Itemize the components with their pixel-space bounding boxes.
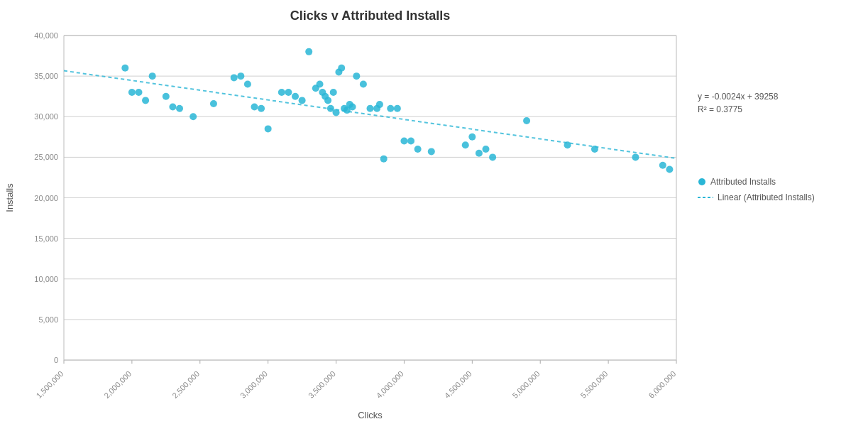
svg-point-61	[251, 104, 258, 111]
svg-point-88	[380, 156, 388, 163]
svg-point-76	[333, 109, 340, 116]
svg-point-60	[244, 81, 251, 88]
svg-point-63	[265, 125, 272, 132]
svg-point-73	[324, 97, 331, 104]
svg-point-78	[338, 65, 345, 72]
svg-text:5,000: 5,000	[38, 315, 58, 324]
svg-point-51	[142, 97, 149, 104]
svg-point-97	[476, 150, 483, 157]
svg-point-102	[591, 146, 598, 153]
svg-point-89	[387, 105, 394, 112]
svg-point-62	[258, 105, 265, 112]
svg-point-99	[489, 153, 496, 161]
svg-point-59	[237, 72, 244, 80]
svg-point-58	[231, 74, 238, 81]
svg-text:30,000: 30,000	[34, 112, 58, 121]
svg-point-98	[483, 146, 490, 153]
svg-point-108	[698, 178, 705, 185]
svg-point-75	[330, 89, 337, 96]
scatter-chart: 05,00010,00015,00020,00025,00030,00035,0…	[0, 0, 868, 424]
svg-text:R² = 0.3775: R² = 0.3775	[698, 104, 742, 114]
svg-point-84	[360, 81, 367, 88]
svg-text:10,000: 10,000	[34, 275, 58, 283]
svg-point-94	[428, 148, 435, 155]
svg-text:40,000: 40,000	[34, 31, 58, 40]
svg-point-83	[353, 72, 360, 80]
svg-point-70	[317, 81, 324, 88]
svg-point-101	[564, 141, 571, 148]
svg-point-105	[666, 166, 673, 173]
svg-point-93	[414, 146, 422, 153]
svg-text:y = -0.0024x + 39258: y = -0.0024x + 39258	[698, 92, 779, 102]
svg-point-53	[163, 93, 170, 100]
svg-point-64	[278, 89, 285, 96]
svg-point-67	[299, 97, 306, 104]
svg-point-91	[400, 138, 407, 145]
chart-container: 05,00010,00015,00020,00025,00030,00035,0…	[0, 0, 868, 424]
svg-point-54	[169, 104, 176, 111]
svg-point-100	[523, 117, 530, 124]
svg-text:25,000: 25,000	[34, 153, 58, 161]
svg-text:15,000: 15,000	[34, 234, 58, 243]
svg-point-66	[292, 93, 299, 100]
svg-text:20,000: 20,000	[34, 194, 58, 202]
svg-point-48	[121, 65, 128, 72]
svg-point-103	[632, 153, 639, 161]
svg-point-104	[659, 162, 666, 169]
svg-point-50	[135, 89, 142, 96]
svg-text:0: 0	[54, 356, 58, 364]
svg-point-85	[367, 105, 374, 112]
svg-point-55	[176, 105, 183, 112]
svg-point-95	[462, 141, 469, 148]
svg-point-92	[407, 138, 414, 145]
svg-text:Clicks v Attributed Installs: Clicks v Attributed Installs	[290, 9, 450, 23]
svg-point-65	[285, 89, 292, 96]
svg-text:Installs: Installs	[4, 183, 15, 212]
svg-point-87	[376, 101, 383, 108]
svg-point-49	[128, 89, 136, 96]
svg-text:Attributed Installs: Attributed Installs	[710, 177, 776, 187]
svg-text:35,000: 35,000	[34, 72, 58, 80]
svg-point-90	[394, 105, 401, 112]
svg-point-57	[210, 100, 217, 107]
svg-point-68	[305, 48, 312, 55]
svg-point-96	[468, 134, 476, 141]
svg-text:Linear (Attributed Installs): Linear (Attributed Installs)	[718, 192, 815, 202]
svg-point-52	[149, 72, 156, 80]
svg-point-56	[189, 113, 197, 120]
svg-point-82	[349, 104, 356, 111]
svg-text:Clicks: Clicks	[358, 410, 383, 420]
